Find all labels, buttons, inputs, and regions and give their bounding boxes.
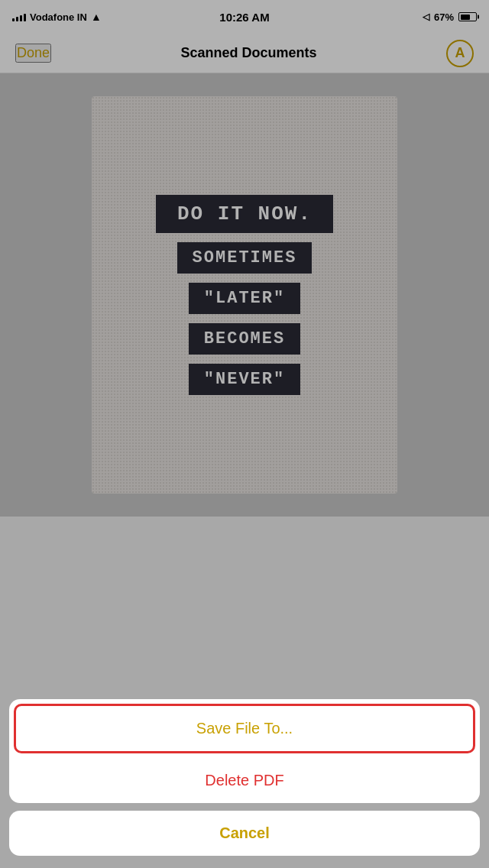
action-sheet: Save File To... Delete PDF (9, 699, 480, 803)
delete-pdf-button[interactable]: Delete PDF (9, 758, 480, 803)
cancel-button[interactable]: Cancel (9, 811, 480, 856)
action-sheet-container: Save File To... Delete PDF Cancel (0, 699, 489, 868)
save-file-button[interactable]: Save File To... (14, 704, 475, 753)
